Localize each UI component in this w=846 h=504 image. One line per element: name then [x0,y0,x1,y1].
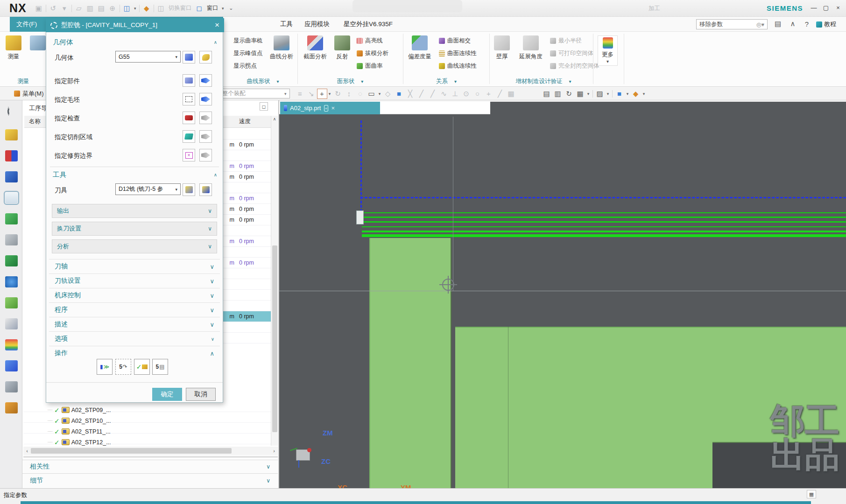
tree-item[interactable]: ┈┈ ✓ A02_STP09_... [48,405,111,415]
dialog-title-bar[interactable]: 型腔铣 - [CAVITY_MILL_COPY_1] × [46,18,224,32]
save-icon[interactable]: ▣ [33,3,44,14]
speed-table-row[interactable]: m 0 rpm [220,258,271,268]
ribbon-item[interactable]: 拔模分析 [357,47,388,60]
generate-toolpath-button[interactable]: ▮≫ [97,359,113,375]
undock-panel-icon[interactable]: ◻ [260,102,268,111]
specify-cut-area-display-button[interactable] [199,130,212,143]
close-button[interactable]: × [832,2,844,13]
copy-icon[interactable]: ▥ [85,3,96,14]
wireframe-cube-icon[interactable]: ◇ [382,89,394,99]
effects-icon[interactable]: ◆ [630,89,642,99]
speed-table-row[interactable]: m 0 rpm [220,204,271,215]
window-icon[interactable]: ◻ [194,3,205,14]
datum-icon[interactable]: ⊥ [450,89,461,99]
history-icon[interactable] [5,318,18,329]
horizontal-scrollbar[interactable]: ‹ › [23,447,278,455]
select-point-icon[interactable]: + [317,89,327,99]
h-scrollbar-thumb[interactable] [31,448,232,454]
cancel-button[interactable]: 取消 [186,388,216,401]
more-measure-button[interactable] [30,35,46,53]
line-alt-icon[interactable]: ╱ [427,89,438,99]
list-toolpath-button[interactable]: 5▤ [152,359,168,375]
separator[interactable] [46,5,46,12]
speed-table-row[interactable] [220,333,271,343]
settings-gear-icon[interactable] [7,108,9,115]
speed-table-row[interactable] [220,322,271,333]
separator[interactable] [139,5,140,12]
render-style-icon[interactable]: ▨ [594,89,606,99]
tool-section-header[interactable]: 工具∧ [53,170,217,179]
window-split-icon[interactable]: ▥ [552,89,564,99]
internet-browser-icon[interactable] [5,297,18,308]
speed-table-row[interactable] [220,279,271,290]
new-geometry-button[interactable] [183,51,195,63]
point-icon[interactable]: + [483,89,494,99]
circle-center-icon[interactable]: ⊙ [461,89,472,99]
mold-wizard-icon[interactable] [5,402,18,413]
ribbon-item[interactable]: 面曲率 [357,60,388,72]
paste-icon[interactable]: ▤ [96,3,107,14]
render-dropdown-icon[interactable]: ▾ [606,89,611,99]
specify-trim-button[interactable]: × [183,149,195,161]
help-icon[interactable]: ? [801,19,812,29]
line-icon[interactable]: ╱ [416,89,427,99]
ribbon-item[interactable]: 曲面连续性 [439,47,477,60]
column-header-speed[interactable]: 速度 [220,116,271,128]
section-analysis-button[interactable]: 截面分析 [303,35,327,61]
scroll-right-icon[interactable]: › [270,448,278,454]
separator[interactable] [612,90,613,98]
maximize-button[interactable]: ▢ [820,2,832,13]
group-label-relations[interactable]: 关系▾ [408,77,485,86]
window-dropdown-icon[interactable]: ▾ [220,3,226,14]
ribbon-collapse-icon[interactable]: ⌄ [226,3,237,14]
minimize-ribbon-icon[interactable]: ∧ [787,19,798,29]
cut-icon[interactable]: ▱ [73,3,85,14]
group-label-face-shape[interactable]: 面形状▾ [303,77,397,86]
separator[interactable] [120,5,120,12]
geometry-section-header[interactable]: 几何体∧ [53,38,217,47]
section-machine-control[interactable]: 机床控制∨ [49,288,220,302]
tutorial-button[interactable]: 教程 [816,20,836,28]
deviation-gauge-button[interactable]: 偏差度量 [408,35,431,61]
output-bar[interactable]: 输出∨ [52,204,217,218]
details-section[interactable]: 细节 ∨ [22,473,278,488]
status-grid-icon[interactable]: ▦ [807,490,816,498]
view-cube-icon[interactable]: ■ [614,89,625,99]
group-label-measure[interactable]: 测量 [5,77,42,86]
speed-table-row[interactable] [220,247,271,258]
pan-view-icon[interactable]: ↕ [344,89,355,99]
separator[interactable] [592,90,593,98]
speed-table-row[interactable]: m 0 rpm [220,311,271,322]
menu-plugin[interactable]: 星空外挂V6.935F [344,20,393,28]
scrollbar-thumb[interactable] [272,245,277,432]
marquee-dropdown-icon[interactable]: ▾ [377,89,382,99]
move-component-icon[interactable]: ╳ [405,89,416,99]
system-scene-icon[interactable] [5,381,18,392]
menu-tools[interactable]: 工具 [280,20,293,28]
marquee-select-icon[interactable]: ▭ [366,89,377,99]
info-icon[interactable] [5,276,18,287]
tab-close-icon[interactable]: × [331,105,335,112]
edit-geometry-button[interactable] [199,51,212,63]
menu-file[interactable]: 文件(F) [16,20,37,28]
lasso-icon[interactable]: ◌ [355,89,366,99]
palette-icon[interactable] [5,339,18,350]
group-label-additive[interactable]: 增材制造设计验证▾ [494,77,593,86]
speed-table-row[interactable] [220,182,271,193]
ribbon-item[interactable]: 显示峰值点 [233,47,263,60]
operation-navigator-icon[interactable] [5,192,18,203]
speed-table-row[interactable] [220,150,271,161]
process-assistant-icon[interactable] [5,234,18,245]
roles-icon[interactable] [5,360,18,371]
effects-dropdown-icon[interactable]: ▾ [642,89,647,99]
speed-table-row[interactable]: m 0 rpm [220,193,271,204]
graphics-viewport[interactable]: ZM ZC XC YM 邹工 出品 A02_stp.prt ▫ × [279,102,846,488]
section-options[interactable]: 选项∨ [49,331,220,346]
wcs-triad[interactable] [296,449,310,461]
part-navigator-icon[interactable] [5,171,18,182]
ribbon-item[interactable]: 显示曲率梳 [233,35,263,47]
layout-icon[interactable]: ▦ [575,89,586,99]
vertical-scrollbar[interactable]: ∧ [271,116,278,446]
specify-trim-display-button[interactable] [199,149,212,161]
command-finder-icon[interactable]: ⊕ [107,3,118,14]
